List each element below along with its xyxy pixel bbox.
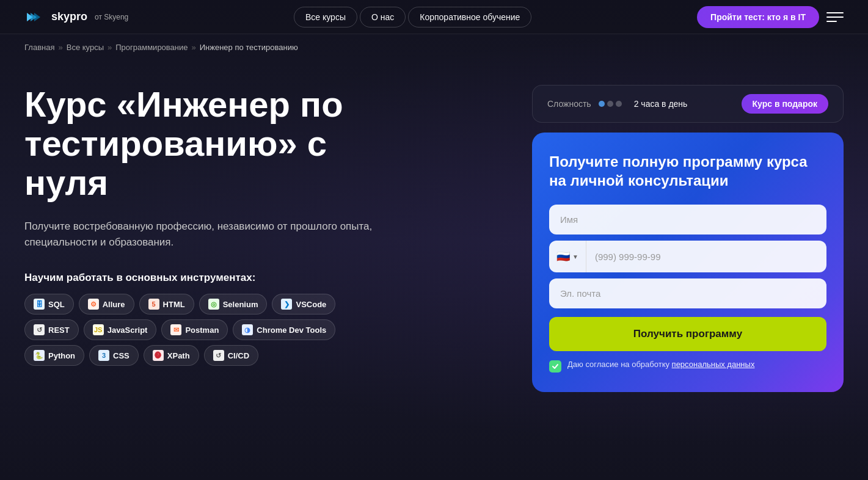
form-title: Получите полную программу курса на лично…: [549, 152, 826, 190]
hero-right-column: Сложность 2 часа в день Курс в подарок П…: [532, 85, 844, 392]
tag-label-xpath: XPath: [167, 351, 190, 360]
nav-corporate[interactable]: Корпоративное обучение: [408, 7, 531, 27]
breadcrumb-programming[interactable]: Программирование: [115, 43, 188, 52]
flag-emoji: 🇷🇺: [556, 250, 570, 263]
hamburger-menu-icon[interactable]: [826, 9, 844, 26]
phone-chevron-icon: ▼: [572, 253, 578, 260]
time-label: 2 часа в день: [634, 99, 688, 109]
tag-icon-chrome: ◑: [242, 324, 253, 335]
tag-icon-css: 3: [98, 350, 109, 361]
hero-title: Курс «Инженер по тестированию» с нуля: [24, 85, 391, 202]
tag-icon-allure: ⚙: [88, 299, 99, 310]
breadcrumb-all-courses[interactable]: Все курсы: [67, 43, 104, 52]
tool-tag-postman: ✉ Postman: [161, 319, 228, 340]
breadcrumb-current: Инженер по тестированию: [200, 43, 298, 52]
tag-label-html: HTML: [163, 300, 185, 309]
name-input[interactable]: [549, 205, 826, 235]
menu-line-1: [826, 12, 844, 13]
tool-tag-chrome: ◑ Chrome Dev Tools: [233, 319, 335, 340]
header-cta-button[interactable]: Пройти тест: кто я в IT: [697, 6, 819, 28]
breadcrumb-sep-3: »: [192, 43, 196, 52]
consent-link[interactable]: персональных данных: [672, 360, 755, 369]
email-input[interactable]: [549, 278, 826, 308]
tag-label-allure: Allure: [103, 300, 125, 309]
header: skypro от Skyeng Все курсы О нас Корпора…: [0, 0, 868, 34]
tool-tag-html: 5 HTML: [139, 294, 194, 315]
consent-text: Даю согласие на обработку персональных д…: [567, 360, 754, 369]
tool-tag-allure: ⚙ Allure: [79, 294, 134, 315]
skypro-logo-icon: [24, 10, 46, 24]
breadcrumb-home[interactable]: Главная: [24, 43, 54, 52]
difficulty-group: Сложность: [547, 99, 622, 109]
tag-label-rest: REST: [48, 325, 70, 335]
consent-static-text: Даю согласие на обработку: [567, 360, 672, 369]
tool-tag-python: 🐍 Python: [24, 345, 84, 366]
consent-checkbox[interactable]: [549, 360, 561, 373]
tag-label-sql: SQL: [48, 300, 65, 309]
tag-icon-js: JS: [93, 324, 104, 335]
menu-line-2: [826, 16, 844, 18]
tag-icon-cicd: ↺: [213, 350, 224, 361]
tag-icon-selenium: ◎: [208, 299, 219, 310]
tag-label-chrome: Chrome Dev Tools: [257, 325, 326, 335]
phone-flag-selector[interactable]: 🇷🇺 ▼: [549, 241, 586, 272]
dot-2: [607, 101, 613, 107]
breadcrumb: Главная » Все курсы » Программирование »…: [0, 34, 868, 60]
tag-icon-html: 5: [148, 299, 159, 310]
tag-icon-vscode: ❯: [281, 299, 292, 310]
main-content: Курс «Инженер по тестированию» с нуля По…: [0, 60, 868, 429]
nav-about[interactable]: О нас: [360, 7, 406, 27]
tag-icon-python: 🐍: [34, 350, 45, 361]
logo-text: skypro: [51, 10, 87, 23]
course-info-bar: Сложность 2 часа в день Курс в подарок: [532, 85, 844, 123]
tool-tag-rest: ↺ REST: [24, 319, 79, 340]
lead-form-card: Получите полную программу курса на лично…: [532, 133, 844, 392]
tag-label-postman: Postman: [185, 325, 219, 335]
difficulty-label: Сложность: [547, 99, 591, 109]
menu-line-3: [826, 21, 837, 22]
breadcrumb-sep-1: »: [58, 43, 62, 52]
tool-tag-xpath: 🅟 XPath: [144, 345, 199, 366]
nav-all-courses[interactable]: Все курсы: [294, 7, 357, 27]
logo-area: skypro от Skyeng: [24, 10, 128, 24]
tag-label-css: CSS: [113, 351, 129, 360]
phone-wrapper: 🇷🇺 ▼: [549, 241, 826, 272]
tool-tag-cicd: ↺ CI/CD: [204, 345, 258, 366]
tools-tags: 🗄 SQL ⚙ Allure 5 HTML ◎ Selenium ❯ VSCod…: [24, 294, 391, 366]
breadcrumb-sep-2: »: [108, 43, 112, 52]
main-nav: Все курсы О нас Корпоративное обучение: [294, 7, 531, 27]
hero-left-column: Курс «Инженер по тестированию» с нуля По…: [24, 85, 415, 366]
gift-button[interactable]: Курс в подарок: [742, 94, 828, 114]
tools-label: Научим работать в основных инструментах:: [24, 272, 391, 284]
dot-3: [616, 101, 622, 107]
nav-right: Пройти тест: кто я в IT: [697, 6, 844, 28]
tag-icon-rest: ↺: [34, 324, 45, 335]
logo-by: от Skyeng: [95, 13, 128, 21]
tool-tag-css: 3 CSS: [89, 345, 139, 366]
difficulty-dots: [599, 101, 622, 107]
tag-label-selenium: Selenium: [223, 300, 258, 309]
tag-label-python: Python: [48, 351, 75, 360]
tag-icon-postman: ✉: [170, 324, 181, 335]
tag-label-js: JavaScript: [108, 325, 148, 335]
tool-tag-vscode: ❯ VSCode: [272, 294, 335, 315]
submit-button[interactable]: Получить программу: [549, 317, 826, 351]
tool-tag-js: JS JavaScript: [84, 319, 157, 340]
tool-tag-sql: 🗄 SQL: [24, 294, 74, 315]
tag-label-vscode: VSCode: [296, 300, 326, 309]
tag-icon-xpath: 🅟: [153, 350, 164, 361]
checkmark-icon: [552, 363, 559, 370]
tool-tag-selenium: ◎ Selenium: [199, 294, 268, 315]
hero-subtitle: Получите востребованную профессию, незав…: [24, 219, 391, 250]
dot-1: [599, 101, 605, 107]
phone-input[interactable]: [586, 242, 826, 272]
tag-icon-sql: 🗄: [34, 299, 45, 310]
tag-label-cicd: CI/CD: [228, 351, 249, 360]
consent-row: Даю согласие на обработку персональных д…: [549, 360, 826, 373]
